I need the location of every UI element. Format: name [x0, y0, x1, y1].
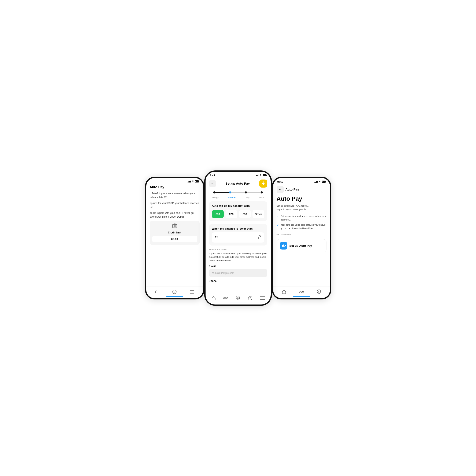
svg-point-27: [302, 291, 304, 292]
left-status-icons: [187, 180, 199, 183]
right-signal-icon: [314, 181, 318, 183]
step-label-pay: Pay: [246, 196, 250, 199]
right-content: Auto Pay Set up automatic PAYG top-u...f…: [273, 196, 330, 287]
nav-payment-icon[interactable]: £: [154, 289, 160, 295]
receipt-section: NEED A RECEIPT? If you'd like a receipt …: [209, 248, 267, 283]
credit-label: Credit limit: [168, 231, 181, 234]
amount-btn-30[interactable]: £30: [239, 210, 251, 218]
right-header-title: Auto Pay: [286, 187, 299, 191]
right-status-bar: 9:41: [273, 178, 330, 184]
svg-point-13: [223, 298, 225, 299]
center-nav-activity[interactable]: [223, 295, 229, 301]
step-labels: Energy Amount Pay Done: [210, 196, 266, 201]
svg-text:£: £: [155, 290, 157, 294]
nav-help-icon[interactable]: ?: [171, 289, 177, 295]
back-button[interactable]: ←: [209, 180, 216, 187]
center-status-bar: 9:41: [205, 172, 271, 178]
autopay-desc: Set up automatic PAYG top-u...forget to …: [277, 204, 326, 211]
battery-icon: [195, 180, 199, 183]
balance-label: When my balance is lower than:: [212, 227, 264, 230]
center-phone: 9:41 ← Set up Auto Pay: [204, 170, 272, 306]
left-screen: Auto Pay c PAYG top-ups so you never whe…: [146, 184, 203, 298]
scene: Auto Pay c PAYG top-ups so you never whe…: [122, 162, 354, 314]
right-top-header: ← Auto Pay: [273, 184, 330, 196]
get-started-label: GET STARTED: [277, 234, 326, 236]
center-top-header: ← Set up Auto Pay: [205, 178, 271, 189]
center-nav-payment[interactable]: £: [235, 295, 241, 301]
lightning-button[interactable]: [259, 180, 267, 187]
check-item-1: ✓ Set repeat top-ups for yo... meter whe…: [277, 214, 326, 221]
right-screen: ← Auto Pay Auto Pay Set up automatic PAY…: [273, 184, 330, 298]
center-nav-menu[interactable]: [259, 295, 265, 301]
left-title: Auto Pay: [150, 184, 200, 192]
right-status-icons: [314, 180, 326, 183]
center-status-icons: [255, 174, 266, 177]
left-content: Auto Pay c PAYG top-ups so you never whe…: [146, 184, 203, 287]
right-nav-activity[interactable]: [298, 289, 304, 295]
setup-btn-label: Set up Auto Pay: [289, 244, 312, 247]
step-1-dot: [213, 191, 215, 193]
checkmark-2: ✓: [277, 223, 279, 228]
svg-text:£: £: [318, 290, 320, 293]
amount-card-title: Auto top-up my account with:: [212, 204, 264, 207]
svg-point-14: [225, 298, 226, 299]
right-nav-payment[interactable]: £: [316, 289, 322, 295]
checkmark-1: ✓: [277, 215, 279, 219]
lock-icon: [258, 235, 261, 240]
email-label: Email: [209, 265, 267, 268]
right-wifi-icon: [319, 180, 321, 183]
autopay-title: Auto Pay: [277, 196, 326, 202]
setup-autopay-button[interactable]: Set up Auto Pay: [277, 239, 326, 252]
email-input[interactable]: sam@example.com: [209, 269, 267, 277]
nav-menu-icon[interactable]: [189, 289, 195, 295]
center-title: Set up Auto Pay: [225, 182, 250, 185]
center-nav-home[interactable]: [211, 295, 217, 301]
balance-input[interactable]: £2: [212, 232, 264, 242]
center-nav-help[interactable]: ?: [247, 295, 253, 301]
right-time: 9:41: [277, 180, 283, 183]
trash-icon[interactable]: [172, 223, 177, 229]
svg-point-25: [299, 291, 300, 292]
amount-btn-other[interactable]: Other: [253, 210, 264, 218]
setup-btn-icon: [280, 242, 287, 250]
left-phone: Auto Pay c PAYG top-ups so you never whe…: [145, 177, 204, 299]
step-label-amount: Amount: [228, 196, 236, 199]
center-time: 9:41: [210, 174, 215, 177]
step-4-dot: [261, 191, 263, 193]
left-desc3: op-up is paid with your bank ll never go…: [150, 211, 200, 219]
left-status-bar: [146, 178, 203, 184]
right-nav-home[interactable]: [281, 289, 287, 295]
center-body: Auto top-up my account with: £10 £20 £30…: [205, 201, 271, 293]
center-bottom-nav: £ ?: [205, 293, 271, 305]
amount-btn-20[interactable]: £20: [225, 210, 237, 218]
signal-icon: [187, 180, 191, 183]
svg-rect-12: [258, 237, 261, 239]
check-text-1: Set repeat top-ups for yo... meter when …: [281, 214, 326, 221]
center-screen: ← Set up Auto Pay Energy: [205, 178, 271, 305]
left-bottom-nav: £ ?: [146, 287, 203, 298]
receipt-title: NEED A RECEIPT?: [209, 248, 267, 251]
svg-text:?: ?: [174, 290, 175, 293]
right-battery-icon: [322, 181, 326, 183]
step-label-energy: Energy: [212, 196, 219, 199]
step-2-dot: [229, 191, 231, 193]
amount-card: Auto top-up my account with: £10 £20 £30…: [209, 201, 267, 221]
wifi-icon: [192, 180, 194, 183]
center-wifi-icon: [259, 174, 262, 177]
check-text-2: Your auto top-up is paid card, so you'll…: [281, 223, 326, 230]
receipt-desc: If you'd like a receipt when your Auto P…: [209, 252, 267, 262]
credit-value: £2.00: [152, 236, 197, 242]
amount-btn-10[interactable]: £10: [212, 210, 224, 218]
svg-text:£: £: [237, 297, 238, 299]
balance-card: When my balance is lower than: £2: [209, 224, 267, 245]
step-line-3: [247, 192, 261, 193]
check-item-2: ✓ Your auto top-up is paid card, so you'…: [277, 223, 326, 230]
step-line-2: [231, 192, 245, 193]
step-line-1: [215, 192, 229, 193]
svg-point-15: [227, 298, 228, 299]
step-3-dot: [245, 191, 247, 193]
center-signal-icon: [255, 174, 258, 176]
left-desc2: op-ups for your PAYG your balance reache…: [150, 201, 200, 209]
right-back-button[interactable]: ←: [277, 186, 284, 193]
amount-buttons: £10 £20 £30 Other: [212, 210, 264, 218]
